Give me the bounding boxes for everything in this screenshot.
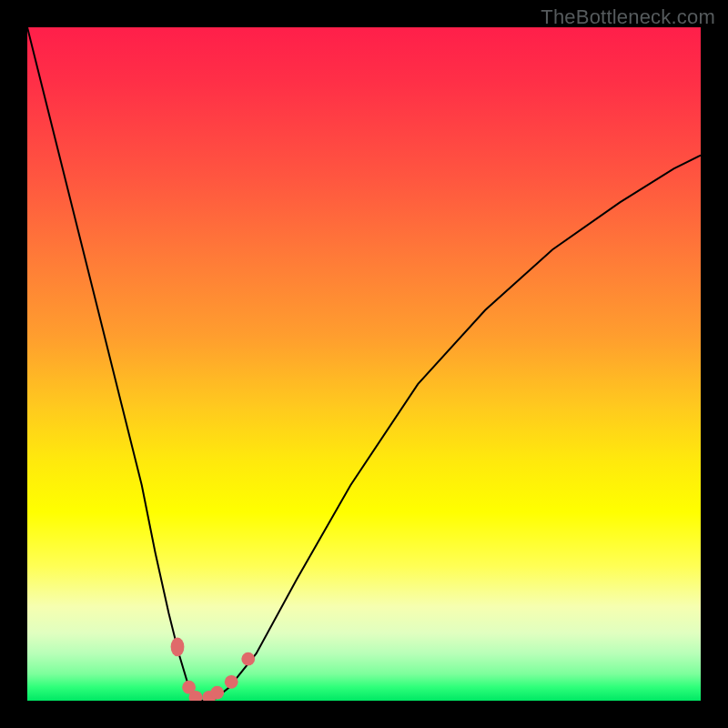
curve-marker [241, 652, 255, 666]
bottleneck-curve [27, 27, 701, 701]
plot-area [27, 27, 701, 701]
curve-marker [210, 686, 224, 700]
chart-frame: TheBottleneck.com [0, 0, 728, 728]
curve-layer [27, 27, 701, 701]
watermark-text: TheBottleneck.com [541, 5, 715, 29]
curve-marker [171, 637, 185, 656]
curve-marker [225, 675, 238, 689]
